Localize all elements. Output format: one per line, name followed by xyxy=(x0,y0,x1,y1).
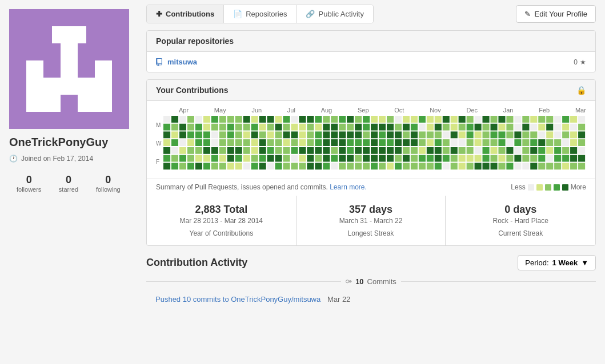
svg-rect-7 xyxy=(78,95,112,112)
svg-rect-5 xyxy=(43,78,95,95)
current-streak-sub: Rock - Hard Place xyxy=(455,217,586,225)
public-activity-tab-icon: 🔗 xyxy=(306,10,315,18)
following-label: following xyxy=(89,186,128,193)
total-desc: Year of Contributions xyxy=(156,229,287,237)
contributions-title: Your Contributions xyxy=(156,86,229,95)
commits-label: Commits xyxy=(367,277,396,286)
public-activity-tab-label: Public Activity xyxy=(318,10,363,18)
divider-line-left xyxy=(146,281,341,282)
edit-profile-button[interactable]: ✎ Edit Your Profile xyxy=(516,5,596,23)
total-sub: Mar 28 2013 - Mar 28 2014 xyxy=(156,217,287,225)
tab-public-activity[interactable]: 🔗 Public Activity xyxy=(297,5,372,23)
current-streak-main: 0 days xyxy=(455,204,586,216)
top-bar: ✚ Contributions 📄 Repositories 🔗 Public … xyxy=(146,5,596,23)
legend-cell-2 xyxy=(545,184,551,191)
contributions-tab-icon: ✚ xyxy=(156,10,162,18)
repositories-tab-label: Repositories xyxy=(246,10,287,18)
period-button[interactable]: Period: 1 Week ▼ xyxy=(518,255,596,270)
contribution-canvas xyxy=(163,116,586,171)
month-labels: Apr May Jun Jul Aug Sep Oct Nov Dec Jan … xyxy=(156,107,586,114)
avatar xyxy=(9,9,129,129)
footer-note: Summary of Pull Requests, issues opened … xyxy=(156,183,367,191)
legend-cell-1 xyxy=(536,184,543,191)
legend-cell-0 xyxy=(528,184,534,191)
month-oct: Oct xyxy=(394,107,404,114)
followers-count: 0 xyxy=(9,174,49,186)
longest-streak-main: 357 days xyxy=(306,204,436,216)
main-content: ✚ Contributions 📄 Repositories 🔗 Public … xyxy=(137,0,605,364)
legend: Less More xyxy=(511,183,586,191)
month-jan: Jan xyxy=(503,107,514,114)
avatar-image xyxy=(9,9,129,129)
repositories-tab-icon: 📄 xyxy=(233,10,242,18)
popular-repos-header: Popular repositories xyxy=(147,31,595,52)
svg-rect-9 xyxy=(43,26,52,43)
legend-cell-3 xyxy=(554,184,560,191)
activity-header: Contribution Activity Period: 1 Week ▼ xyxy=(146,255,596,270)
month-feb: Feb xyxy=(539,107,550,114)
day-labels: M W F xyxy=(156,116,161,171)
repo-row: mitsuwa 0 ★ xyxy=(147,52,595,72)
nav-tabs: ✚ Contributions 📄 Repositories 🔗 Public … xyxy=(146,5,374,23)
tab-contributions[interactable]: ✚ Contributions xyxy=(147,5,224,23)
commits-divider: ⚩ 10 Commits xyxy=(146,277,596,286)
total-main: 2,883 Total xyxy=(156,204,287,216)
learn-more-link[interactable]: Learn more. xyxy=(330,183,367,191)
period-label: Period: xyxy=(525,258,548,267)
starred-count: 0 xyxy=(49,174,88,186)
activity-title: Contribution Activity xyxy=(146,257,247,269)
repo-name: mitsuwa xyxy=(167,58,197,66)
svg-rect-12 xyxy=(61,43,78,60)
month-dec: Dec xyxy=(466,107,478,114)
month-nov: Nov xyxy=(430,107,441,114)
joined-date: 🕐 Joined on Feb 17, 2014 xyxy=(9,155,128,163)
contribution-stats: 2,883 Total Mar 28 2013 - Mar 28 2014 Ye… xyxy=(147,196,595,245)
divider-line-right xyxy=(401,281,596,282)
edit-profile-label: Edit Your Profile xyxy=(534,10,587,18)
month-mar: Mar xyxy=(575,107,586,114)
push-activity: Pushed 10 commits to OneTrickPonyGuy/mit… xyxy=(146,290,596,308)
repo-stars: 0 ★ xyxy=(574,58,586,66)
month-jun: Jun xyxy=(251,107,262,114)
stat-longest-streak: 357 days March 31 - March 22 Longest Str… xyxy=(297,196,446,245)
month-apr: Apr xyxy=(179,107,189,114)
username: OneTrickPonyGuy xyxy=(9,136,128,149)
contributions-tab-label: Contributions xyxy=(166,10,214,18)
star-icon: ★ xyxy=(580,58,586,66)
following-count: 0 xyxy=(89,174,128,186)
contributions-header: Your Contributions 🔒 xyxy=(147,80,595,101)
tab-repositories[interactable]: 📄 Repositories xyxy=(224,5,297,23)
pencil-icon: ✎ xyxy=(524,10,531,18)
contribution-grid xyxy=(163,116,586,172)
legend-cell-4 xyxy=(562,184,568,191)
repo-star-count: 0 xyxy=(574,58,578,66)
svg-rect-6 xyxy=(26,95,61,112)
starred-label: starred xyxy=(49,186,88,193)
contributions-body: Apr May Jun Jul Aug Sep Oct Nov Dec Jan … xyxy=(147,101,595,178)
stats-row: 0 followers 0 starred 0 following xyxy=(9,174,128,193)
git-icon: ⚩ xyxy=(346,277,352,286)
svg-rect-2 xyxy=(26,60,43,95)
legend-less-label: Less xyxy=(511,183,525,191)
stat-starred[interactable]: 0 starred xyxy=(49,174,88,193)
day-f: F xyxy=(156,159,161,165)
graph-area: M W F xyxy=(156,116,586,172)
push-link[interactable]: Pushed 10 commits to OneTrickPonyGuy/mit… xyxy=(155,295,320,304)
stat-followers[interactable]: 0 followers xyxy=(9,174,49,193)
footer-note-text: Summary of Pull Requests, issues opened … xyxy=(156,183,328,191)
month-aug: Aug xyxy=(321,107,332,114)
stat-following[interactable]: 0 following xyxy=(89,174,128,193)
month-may: May xyxy=(214,107,226,114)
sidebar: OneTrickPonyGuy 🕐 Joined on Feb 17, 2014… xyxy=(0,0,137,364)
month-jul: Jul xyxy=(287,107,295,114)
popular-repos-section: Popular repositories mitsuwa 0 ★ xyxy=(146,30,596,72)
longest-streak-desc: Longest Streak xyxy=(306,229,436,237)
clock-icon: 🕐 xyxy=(9,155,18,163)
month-sep: Sep xyxy=(358,107,369,114)
contributions-footer: Summary of Pull Requests, issues opened … xyxy=(147,178,595,196)
current-streak-desc: Current Streak xyxy=(455,229,586,237)
period-value: 1 Week xyxy=(552,258,578,267)
repo-icon xyxy=(156,58,164,66)
repo-link-mitsuwa[interactable]: mitsuwa xyxy=(156,58,197,66)
legend-more-label: More xyxy=(571,183,586,191)
